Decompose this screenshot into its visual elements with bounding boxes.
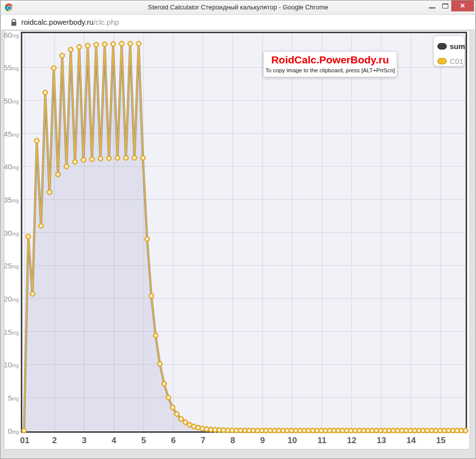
x-tick-label: 8 xyxy=(222,436,244,446)
legend-label-sum: sum xyxy=(450,42,465,51)
watermark-subtitle: To copy image to the clipboard, press [A… xyxy=(264,67,397,73)
x-tick-label: 12 xyxy=(341,436,363,446)
minimize-icon xyxy=(429,7,435,8)
y-tick-label: 20mg xyxy=(3,295,19,304)
x-tick-label: 4 xyxy=(103,436,125,446)
y-tick-label: 25mg xyxy=(3,261,19,270)
url-path: /clc.php xyxy=(94,18,119,26)
y-tick-label: 15mg xyxy=(3,328,19,337)
x-tick-label: 3 xyxy=(73,436,95,446)
x-tick-label: 9 xyxy=(252,436,273,446)
y-tick-label: 30mg xyxy=(3,229,19,238)
address-bar[interactable]: roidcalc.powerbody.ru/clc.php xyxy=(1,14,475,30)
x-tick-label: 10 xyxy=(281,436,303,446)
url-text[interactable]: roidcalc.powerbody.ru/clc.php xyxy=(21,15,119,30)
chart-panel: 0mg5mg10mg15mg20mg25mg30mg35mg40mg45mg50… xyxy=(4,30,470,450)
y-axis-labels: 0mg5mg10mg15mg20mg25mg30mg35mg40mg45mg50… xyxy=(4,31,20,437)
maximize-button[interactable] xyxy=(439,0,452,11)
y-tick-label: 35mg xyxy=(3,196,19,204)
c01-series-swatch-icon xyxy=(437,58,447,64)
title-bar[interactable]: Steroid Calculator Стероидный калькулято… xyxy=(0,0,476,14)
x-tick-label: 13 xyxy=(370,436,392,446)
page-viewport: 0mg5mg10mg15mg20mg25mg30mg35mg40mg45mg50… xyxy=(1,30,475,458)
url-host: roidcalc.powerbody.ru xyxy=(21,18,94,26)
y-tick-label: 45mg xyxy=(3,130,19,139)
y-tick-label: 55mg xyxy=(3,63,19,72)
x-axis-labels: 0123456789101112131415 xyxy=(4,436,471,447)
x-tick-label: 11 xyxy=(311,436,333,446)
legend-item-sum[interactable]: sum xyxy=(437,40,464,52)
chart-canvas[interactable] xyxy=(22,33,466,431)
watermark-title: RoidCalc.PowerBody.ru xyxy=(264,54,397,66)
minimize-button[interactable] xyxy=(425,0,439,11)
y-tick-label: 10mg xyxy=(3,360,19,369)
x-tick-label: 01 xyxy=(14,436,36,446)
x-tick-label: 14 xyxy=(400,436,422,446)
x-tick-label: 15 xyxy=(430,436,452,446)
y-tick-label: 60mg xyxy=(3,31,19,40)
watermark-box: RoidCalc.PowerBody.ru To copy image to t… xyxy=(263,51,397,77)
lock-icon[interactable] xyxy=(11,19,17,26)
close-button[interactable]: ✕ xyxy=(451,0,474,11)
browser-window: Steroid Calculator Стероидный калькулято… xyxy=(0,0,476,459)
x-tick-label: 7 xyxy=(192,436,214,446)
y-tick-label: 40mg xyxy=(3,162,19,171)
x-tick-label: 6 xyxy=(162,436,184,446)
sum-series-swatch-icon xyxy=(437,43,447,50)
legend-label-c01: C01 xyxy=(450,57,464,65)
x-tick-label: 2 xyxy=(44,436,65,446)
y-tick-label: 5mg xyxy=(8,394,19,403)
y-tick-label: 50mg xyxy=(3,97,19,105)
maximize-icon xyxy=(442,3,448,8)
x-tick-label: 5 xyxy=(133,436,155,446)
window-title: Steroid Calculator Стероидный калькулято… xyxy=(0,0,476,14)
plot-area[interactable] xyxy=(21,32,467,433)
chart-legend: sum C01 xyxy=(433,36,465,66)
y-tick-label: 0mg xyxy=(8,427,19,436)
legend-item-c01[interactable]: C01 xyxy=(437,55,464,67)
